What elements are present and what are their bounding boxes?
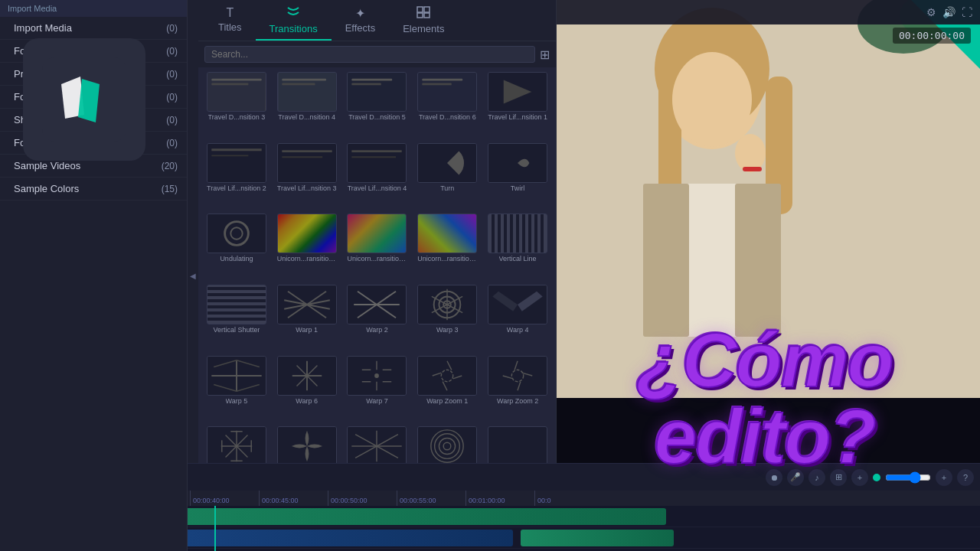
transition-item-17[interactable]: Warp 2 bbox=[344, 285, 411, 353]
transition-thumb-9 bbox=[488, 143, 547, 183]
transition-thumb-6 bbox=[277, 143, 337, 183]
transition-item-1[interactable]: Travel D...nsition 4 bbox=[273, 72, 341, 140]
transition-thumb-7 bbox=[347, 143, 407, 183]
transition-item-11[interactable]: Unicorn...ransition 1 bbox=[273, 214, 341, 282]
transition-name-16: Warp 1 bbox=[296, 326, 318, 334]
sidebar-count: (0) bbox=[166, 46, 178, 57]
app-container: Import Media Import Media (0) Folder (0)… bbox=[0, 0, 980, 551]
transition-thumb-23 bbox=[417, 356, 477, 396]
transition-name-5: Travel Lif...nsition 2 bbox=[207, 184, 266, 192]
transition-name-11: Unicorn...ransition 1 bbox=[277, 255, 337, 262]
transition-item-2[interactable]: Travel D...nsition 5 bbox=[344, 72, 411, 140]
svg-point-75 bbox=[375, 373, 380, 378]
transition-name-22: Warp 7 bbox=[366, 397, 388, 405]
svg-marker-2 bbox=[78, 79, 100, 122]
titles-icon: T bbox=[226, 6, 234, 20]
svg-rect-4 bbox=[424, 7, 430, 12]
search-input[interactable] bbox=[204, 46, 535, 63]
svg-rect-11 bbox=[282, 79, 326, 81]
transition-thumb-24 bbox=[488, 356, 547, 396]
sidebar-item-import-media[interactable]: Import Media (0) bbox=[0, 17, 187, 40]
sidebar-count: (0) bbox=[166, 23, 178, 34]
tab-titles[interactable]: T Titles bbox=[204, 0, 256, 41]
tab-elements[interactable]: Elements bbox=[389, 0, 458, 41]
transition-item-8[interactable]: Turn bbox=[413, 143, 481, 211]
transition-name-3: Travel D...nsition 6 bbox=[419, 113, 476, 121]
transition-item-12[interactable]: Unicorn...ransition 2 bbox=[344, 214, 411, 282]
transition-name-2: Travel D...nsition 5 bbox=[348, 113, 406, 121]
settings-button[interactable]: ⚙ bbox=[926, 6, 936, 18]
tab-elements-label: Elements bbox=[403, 23, 444, 34]
transition-item-5[interactable]: Travel Lif...nsition 2 bbox=[203, 143, 270, 211]
transition-name-10: Undulating bbox=[220, 255, 253, 262]
svg-rect-34 bbox=[278, 214, 335, 253]
transition-item-10[interactable]: Undulating bbox=[203, 214, 270, 282]
ruler-mark-7: 00:0 bbox=[534, 491, 603, 506]
transition-item-6[interactable]: Travel Lif...nsition 3 bbox=[273, 143, 341, 211]
svg-rect-128 bbox=[643, 184, 689, 337]
ruler-mark-4: 00:00:50:00 bbox=[328, 491, 397, 506]
fullscreen-button[interactable]: ⛶ bbox=[962, 6, 972, 18]
transition-item-18[interactable]: Warp 3 bbox=[413, 285, 481, 353]
svg-rect-127 bbox=[743, 167, 762, 171]
transition-item-16[interactable]: Warp 1 bbox=[273, 285, 341, 353]
transition-thumb-20 bbox=[207, 356, 266, 396]
transition-thumb-27 bbox=[347, 426, 407, 466]
transition-name-19: Warp 4 bbox=[507, 326, 529, 334]
svg-point-124 bbox=[672, 52, 752, 147]
transitions-grid: Travel D...nsition 3 Travel D...nsition … bbox=[198, 67, 556, 491]
timeline-playhead[interactable] bbox=[214, 506, 216, 551]
track-clip-2b[interactable] bbox=[521, 530, 674, 546]
tab-effects-label: Effects bbox=[345, 22, 376, 34]
transition-item-21[interactable]: Warp 6 bbox=[273, 356, 341, 424]
timecode-display: 00:00:00:00 bbox=[893, 28, 971, 44]
svg-rect-82 bbox=[419, 357, 476, 395]
transition-thumb-18 bbox=[417, 285, 477, 324]
tab-effects[interactable]: ✦ Effects bbox=[332, 0, 390, 41]
transition-name-15: Vertical Shutter bbox=[213, 326, 260, 334]
ruler-mark-3: 00:00:45:00 bbox=[259, 491, 328, 506]
transition-item-9[interactable]: Twirl bbox=[484, 143, 551, 211]
transition-item-20[interactable]: Warp 5 bbox=[203, 356, 270, 424]
transition-item-4[interactable]: Travel Lif...nsition 1 bbox=[484, 72, 551, 140]
transition-item-0[interactable]: Travel D...nsition 3 bbox=[203, 72, 270, 140]
tabs-bar: T Titles Transitions ✦ Effects bbox=[198, 0, 556, 41]
transition-thumb-25 bbox=[207, 426, 266, 466]
transition-item-13[interactable]: Unicorn...ransition 3 bbox=[413, 214, 481, 282]
svg-point-126 bbox=[735, 134, 766, 172]
transition-item-15[interactable]: Vertical Shutter bbox=[203, 285, 270, 353]
transition-thumb-15 bbox=[207, 285, 266, 324]
sidebar-label: Sample Videos bbox=[14, 160, 80, 171]
tab-transitions[interactable]: Transitions bbox=[256, 0, 332, 41]
sidebar-header: Import Media bbox=[0, 0, 187, 17]
svg-rect-12 bbox=[282, 83, 315, 85]
transition-thumb-3 bbox=[417, 72, 477, 112]
sidebar-count: (0) bbox=[166, 69, 178, 80]
transition-item-19[interactable]: Warp 4 bbox=[484, 285, 551, 353]
sidebar-label: Import Media bbox=[14, 22, 72, 34]
spanish-overlay-text: ¿Cómo edito? bbox=[557, 321, 980, 474]
svg-rect-26 bbox=[348, 144, 406, 182]
svg-rect-18 bbox=[423, 83, 452, 85]
transition-name-14: Vertical Line bbox=[499, 255, 537, 262]
transition-name-24: Warp Zoom 2 bbox=[497, 397, 538, 405]
transition-item-14[interactable]: Vertical Line bbox=[484, 214, 551, 282]
svg-rect-23 bbox=[278, 144, 335, 182]
sidebar-item-sample-colors[interactable]: Sample Colors (15) bbox=[0, 178, 187, 201]
transition-item-7[interactable]: Travel Lif...nsition 4 bbox=[344, 143, 411, 211]
transition-item-22[interactable]: Warp 7 bbox=[344, 356, 411, 424]
transition-item-3[interactable]: Travel D...nsition 6 bbox=[413, 72, 481, 140]
right-top-bar: ⚙ 🔊 ⛶ bbox=[557, 0, 980, 24]
transition-item-23[interactable]: Warp Zoom 1 bbox=[413, 356, 481, 424]
tab-transitions-label: Transitions bbox=[270, 23, 318, 34]
transition-item-24[interactable]: Warp Zoom 2 bbox=[484, 356, 551, 424]
transition-name-23: Warp Zoom 1 bbox=[426, 397, 468, 405]
speaker-button[interactable]: 🔊 bbox=[942, 6, 956, 18]
transition-name-4: Travel Lif...nsition 1 bbox=[488, 113, 547, 121]
transition-name-18: Warp 3 bbox=[436, 326, 459, 334]
transition-name-0: Travel D...nsition 3 bbox=[208, 113, 266, 121]
grid-view-button[interactable]: ⊞ bbox=[540, 47, 550, 62]
ruler-mark-6: 00:01:00:00 bbox=[466, 491, 534, 506]
transition-thumb-22 bbox=[347, 356, 407, 396]
transition-thumb-5 bbox=[207, 143, 266, 183]
